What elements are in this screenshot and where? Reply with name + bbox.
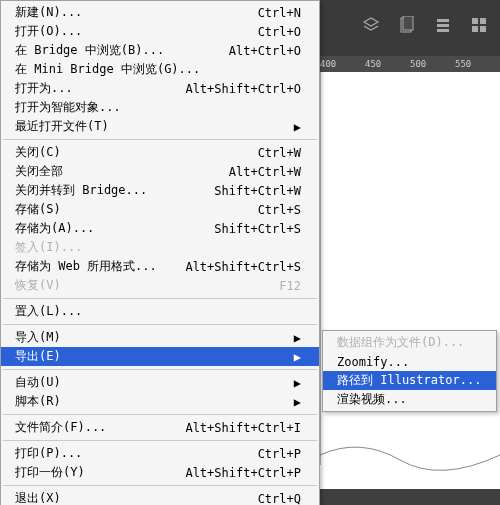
- menu-item-label: 新建(N)...: [15, 4, 258, 21]
- file-menu-item[interactable]: 在 Bridge 中浏览(B)...Alt+Ctrl+O: [1, 41, 319, 60]
- submenu-item-label: Zoomify...: [337, 355, 486, 369]
- menu-item-label: 在 Bridge 中浏览(B)...: [15, 42, 229, 59]
- horizontal-scrollbar[interactable]: [320, 489, 500, 505]
- menu-item-shortcut: Alt+Ctrl+W: [229, 165, 301, 179]
- export-submenu: 数据组作为文件(D)...Zoomify...路径到 Illustrator..…: [322, 330, 497, 412]
- file-menu-item[interactable]: 退出(X)Ctrl+Q: [1, 489, 319, 505]
- menu-separator: [3, 369, 317, 370]
- menu-item-shortcut: Ctrl+O: [258, 25, 301, 39]
- menu-item-label: 打开为...: [15, 80, 185, 97]
- file-menu: 新建(N)...Ctrl+N打开(O)...Ctrl+O在 Bridge 中浏览…: [0, 0, 320, 505]
- menu-separator: [3, 298, 317, 299]
- menu-item-label: 自动(U): [15, 374, 288, 391]
- menu-item-label: 关闭并转到 Bridge...: [15, 182, 214, 199]
- menu-item-shortcut: Alt+Ctrl+O: [229, 44, 301, 58]
- layers-icon[interactable]: [360, 14, 382, 36]
- menu-item-shortcut: Ctrl+S: [258, 203, 301, 217]
- menu-item-label: 打开为智能对象...: [15, 99, 301, 116]
- file-menu-item[interactable]: 新建(N)...Ctrl+N: [1, 3, 319, 22]
- file-menu-item[interactable]: 存储为(A)...Shift+Ctrl+S: [1, 219, 319, 238]
- menu-item-label: 打印(P)...: [15, 445, 258, 462]
- export-submenu-item: 数据组作为文件(D)...: [323, 333, 496, 352]
- menu-separator: [3, 324, 317, 325]
- menu-item-shortcut: Ctrl+N: [258, 6, 301, 20]
- svg-rect-1: [403, 16, 413, 30]
- menu-item-shortcut: Alt+Shift+Ctrl+O: [185, 82, 301, 96]
- menu-item-label: 置入(L)...: [15, 303, 301, 320]
- svg-rect-8: [480, 26, 486, 32]
- file-menu-item[interactable]: 打印(P)...Ctrl+P: [1, 444, 319, 463]
- svg-rect-6: [480, 18, 486, 24]
- menu-item-label: 签入(I)...: [15, 239, 301, 256]
- export-submenu-item[interactable]: Zoomify...: [323, 352, 496, 371]
- file-menu-item[interactable]: 关闭并转到 Bridge...Shift+Ctrl+W: [1, 181, 319, 200]
- submenu-arrow-icon: ▶: [294, 376, 301, 390]
- file-menu-item[interactable]: 存储(S)Ctrl+S: [1, 200, 319, 219]
- canvas-curve: [320, 435, 500, 485]
- menu-item-label: 最近打开文件(T): [15, 118, 288, 135]
- ruler-tick: 450: [365, 59, 410, 69]
- menu-separator: [3, 485, 317, 486]
- submenu-arrow-icon: ▶: [294, 120, 301, 134]
- submenu-item-label: 路径到 Illustrator...: [337, 372, 486, 389]
- app-toolbar: [360, 14, 490, 36]
- ruler-tick: 400: [320, 59, 365, 69]
- submenu-arrow-icon: ▶: [294, 350, 301, 364]
- export-submenu-item[interactable]: 路径到 Illustrator...: [323, 371, 496, 390]
- svg-rect-7: [472, 26, 478, 32]
- menu-item-shortcut: Ctrl+Q: [258, 492, 301, 506]
- file-menu-item[interactable]: 文件简介(F)...Alt+Shift+Ctrl+I: [1, 418, 319, 437]
- stack-icon[interactable]: [432, 14, 454, 36]
- file-menu-item[interactable]: 关闭全部Alt+Ctrl+W: [1, 162, 319, 181]
- menu-item-label: 关闭全部: [15, 163, 229, 180]
- svg-rect-4: [437, 29, 449, 32]
- grid-icon[interactable]: [468, 14, 490, 36]
- menu-item-label: 打印一份(Y): [15, 464, 185, 481]
- file-menu-item[interactable]: 打开(O)...Ctrl+O: [1, 22, 319, 41]
- menu-item-label: 关闭(C): [15, 144, 258, 161]
- file-menu-item[interactable]: 导入(M)▶: [1, 328, 319, 347]
- file-menu-item[interactable]: 打开为...Alt+Shift+Ctrl+O: [1, 79, 319, 98]
- menu-item-shortcut: Shift+Ctrl+S: [214, 222, 301, 236]
- svg-rect-2: [437, 19, 449, 22]
- file-menu-item[interactable]: 打印一份(Y)Alt+Shift+Ctrl+P: [1, 463, 319, 482]
- file-menu-item[interactable]: 脚本(R)▶: [1, 392, 319, 411]
- svg-rect-3: [437, 24, 449, 27]
- menu-separator: [3, 414, 317, 415]
- export-submenu-item[interactable]: 渲染视频...: [323, 390, 496, 409]
- menu-item-shortcut: Ctrl+P: [258, 447, 301, 461]
- file-menu-item[interactable]: 在 Mini Bridge 中浏览(G)...: [1, 60, 319, 79]
- submenu-item-label: 渲染视频...: [337, 391, 486, 408]
- menu-item-shortcut: Shift+Ctrl+W: [214, 184, 301, 198]
- menu-item-label: 在 Mini Bridge 中浏览(G)...: [15, 61, 301, 78]
- ruler-tick: 500: [410, 59, 455, 69]
- menu-item-label: 打开(O)...: [15, 23, 258, 40]
- menu-item-shortcut: Ctrl+W: [258, 146, 301, 160]
- document-icon[interactable]: [396, 14, 418, 36]
- menu-item-label: 存储为(A)...: [15, 220, 214, 237]
- file-menu-item[interactable]: 关闭(C)Ctrl+W: [1, 143, 319, 162]
- horizontal-ruler: 400 450 500 550: [320, 56, 500, 72]
- file-menu-item: 签入(I)...: [1, 238, 319, 257]
- svg-rect-5: [472, 18, 478, 24]
- menu-item-shortcut: Alt+Shift+Ctrl+P: [185, 466, 301, 480]
- file-menu-item[interactable]: 导出(E)▶: [1, 347, 319, 366]
- submenu-item-label: 数据组作为文件(D)...: [337, 334, 486, 351]
- submenu-arrow-icon: ▶: [294, 331, 301, 345]
- menu-item-shortcut: F12: [279, 279, 301, 293]
- menu-separator: [3, 139, 317, 140]
- submenu-arrow-icon: ▶: [294, 395, 301, 409]
- menu-item-label: 文件简介(F)...: [15, 419, 185, 436]
- file-menu-item[interactable]: 自动(U)▶: [1, 373, 319, 392]
- file-menu-item: 恢复(V)F12: [1, 276, 319, 295]
- file-menu-item[interactable]: 打开为智能对象...: [1, 98, 319, 117]
- file-menu-item[interactable]: 最近打开文件(T)▶: [1, 117, 319, 136]
- menu-item-label: 存储(S): [15, 201, 258, 218]
- file-menu-item[interactable]: 存储为 Web 所用格式...Alt+Shift+Ctrl+S: [1, 257, 319, 276]
- file-menu-item[interactable]: 置入(L)...: [1, 302, 319, 321]
- ruler-tick: 550: [455, 59, 500, 69]
- menu-separator: [3, 440, 317, 441]
- menu-item-label: 存储为 Web 所用格式...: [15, 258, 185, 275]
- menu-item-label: 导出(E): [15, 348, 288, 365]
- menu-item-label: 导入(M): [15, 329, 288, 346]
